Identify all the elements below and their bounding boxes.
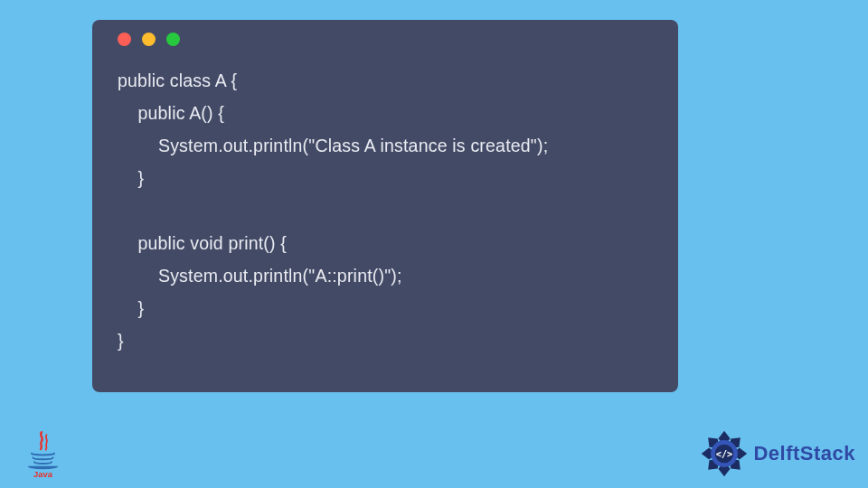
code-block: public class A { public A() { System.out… xyxy=(112,64,658,357)
svg-text:Java: Java xyxy=(33,469,53,479)
delftstack-logo: </> DelftStack xyxy=(699,428,855,479)
delftstack-badge-icon: </> xyxy=(699,428,750,479)
code-window: public class A { public A() { System.out… xyxy=(92,20,678,392)
minimize-icon[interactable] xyxy=(142,33,156,46)
window-controls xyxy=(118,33,658,46)
delftstack-label: DelftStack xyxy=(753,442,855,465)
maximize-icon[interactable] xyxy=(166,33,180,46)
svg-text:</>: </> xyxy=(716,448,733,459)
close-icon[interactable] xyxy=(118,33,131,46)
java-logo-icon: Java xyxy=(18,429,68,479)
